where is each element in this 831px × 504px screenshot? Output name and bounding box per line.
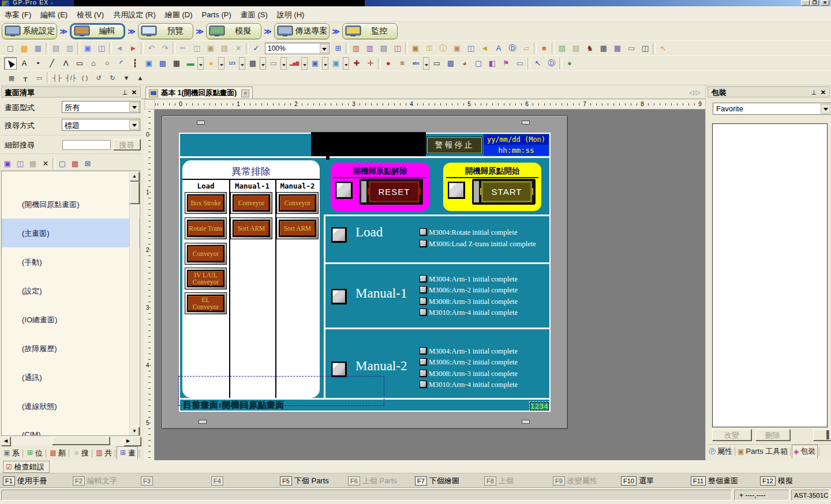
draw-tool-button[interactable]: ● (382, 57, 395, 70)
scroll-thumb[interactable] (52, 437, 110, 445)
draw-tool-button[interactable]: ▭ (431, 57, 443, 70)
toolbar-button[interactable]: ▤ (570, 42, 582, 55)
start-button[interactable]: START (472, 179, 536, 205)
toolbar-button[interactable]: ▤ (377, 42, 390, 55)
draw-tool-button[interactable]: ⌂ (87, 57, 100, 70)
screen-list-tool-button[interactable]: ▢ (57, 157, 68, 169)
left-panel-tab[interactable]: ▥ 共 (93, 447, 114, 460)
toolbar-button[interactable]: ▆ (18, 42, 31, 55)
workflow-button[interactable]: 預覽 (138, 23, 193, 39)
function-key[interactable]: F4 (211, 476, 226, 486)
ladder-tool-button[interactable]: ( ) (78, 72, 91, 84)
pin-icon[interactable]: ⊥ (122, 89, 128, 96)
ladder-tool-button[interactable]: ┳ (19, 72, 32, 84)
draw-tool-button[interactable]: ✛ (364, 57, 377, 70)
screen-list-item[interactable]: (通訊) (2, 363, 140, 392)
workflow-button[interactable]: 系統設定 (2, 23, 57, 39)
draw-tool-button[interactable]: ▭ (73, 57, 86, 70)
section-button[interactable] (331, 227, 347, 243)
draw-tool-button[interactable]: A (18, 57, 31, 70)
toolbar-button[interactable]: ✕ (232, 42, 245, 55)
toolbar-button[interactable]: ◫ (465, 42, 477, 55)
screen-list-tool-button[interactable]: ⊠ (82, 157, 93, 169)
toolbar-button[interactable]: ◫ (190, 42, 203, 55)
search-button[interactable]: 搜尋 (113, 139, 140, 150)
function-key[interactable]: F3 (141, 476, 155, 486)
numeric-display[interactable]: 1234 (529, 401, 549, 411)
zoom-dropdown-arrow-icon[interactable] (320, 44, 328, 53)
tab-close-icon[interactable]: ✕ (241, 89, 249, 97)
draw-tool-button[interactable]: ▩ (156, 57, 169, 70)
combo-dropdown-arrow-icon[interactable] (129, 102, 139, 112)
toolbar-button[interactable]: ◫ (391, 42, 404, 55)
function-key[interactable]: F5 下個 Parts (280, 476, 329, 486)
draw-tool-button[interactable]: ▬ (184, 57, 197, 70)
draw-tool-button[interactable]: ╱ (46, 57, 58, 70)
trouble-button[interactable]: Sort ARM (230, 217, 272, 239)
toolbar-button[interactable]: ▦ (32, 42, 44, 55)
draw-tool-button[interactable]: ▭ (514, 57, 526, 70)
document-tab[interactable]: 基本 1(開機回原點畫面) ✕ (145, 86, 253, 99)
delete-button[interactable]: 刪除 (755, 429, 790, 441)
function-key[interactable]: F2 編輯文字 (73, 476, 117, 486)
toolbar-button[interactable]: ▱ (520, 42, 533, 55)
right-panel-tab[interactable]: ◈ 包裝 (792, 445, 817, 458)
draw-tool-button[interactable]: ▦ (246, 57, 259, 70)
hmi-screen[interactable]: 警報停止 yy/mm/dd (Mon) hh:mm:ss 異常排除 Load M… (180, 134, 549, 411)
toolbar-button[interactable]: ✓ (250, 42, 263, 55)
screen-list-item[interactable]: (開機回原點畫面) (2, 190, 140, 219)
combo-dropdown-arrow-icon[interactable] (821, 104, 830, 114)
trouble-button[interactable]: IV L/UL Conveyor (185, 268, 227, 289)
function-key[interactable]: F7 下個繪圖 (415, 476, 459, 486)
draw-tool-button[interactable]: ▂▅▇ (288, 57, 301, 70)
zoom-combobox[interactable]: 100% (265, 43, 330, 54)
minimize-button[interactable]: _ (801, 0, 810, 6)
workflow-button[interactable]: 編輯 (70, 23, 125, 39)
right-panel-tab[interactable]: Ⓟ 屬性 (708, 445, 733, 458)
workflow-button[interactable]: 傳送專案 (274, 23, 330, 39)
ladder-tool-button[interactable]: ┤/├ (65, 72, 77, 84)
toolbar-button[interactable]: ▣ (204, 42, 217, 55)
ladder-tool-button[interactable]: ▼ (120, 72, 133, 84)
screen-list-horizontal-scrollbar[interactable]: ◀ ▶ (1, 437, 140, 445)
toolbar-button[interactable]: ▢ (4, 42, 17, 55)
search-mode-combobox[interactable]: 標題 (62, 119, 140, 131)
toolbar-button[interactable]: ◄ (478, 42, 491, 55)
change-button[interactable]: 改變 (712, 429, 751, 441)
draw-tool-button[interactable]: ▣ (330, 57, 342, 70)
trouble-button[interactable]: Box Stroke (185, 192, 227, 214)
screen-list-vertical-scrollbar[interactable]: ▲ ▼ (129, 172, 139, 436)
toolbar-button[interactable]: ⊞ (332, 42, 345, 55)
toolbar-button[interactable]: ▥ (350, 42, 362, 55)
toolbar-button[interactable]: Ⓓ (506, 42, 519, 55)
toolbar-button[interactable]: ◫ (95, 42, 108, 55)
trouble-button[interactable]: EL Conveyor (185, 292, 227, 314)
draw-tool-button[interactable]: ○ (101, 57, 114, 70)
toolbar-button[interactable]: ▣ (451, 42, 463, 55)
toolbar-button[interactable]: ↶ (145, 42, 158, 55)
screen-list-tool-button[interactable]: ▣ (2, 157, 13, 169)
menu-item[interactable]: 專案 (F) (0, 6, 36, 20)
toolbar-button[interactable]: ▥ (364, 42, 376, 55)
package-list[interactable] (712, 123, 828, 427)
draw-tool-button[interactable]: Ⓓ (545, 57, 558, 70)
function-key[interactable]: F6 上個 Parts (348, 476, 397, 486)
alarm-stop-button[interactable]: 警報停止 (426, 137, 482, 154)
toolbar-button[interactable]: ▣ (81, 42, 94, 55)
toolbar-button[interactable]: ▤ (50, 42, 62, 55)
draw-tool-button[interactable]: ✚ (350, 57, 363, 70)
draw-tool-button[interactable]: ⚑ (500, 57, 512, 70)
draw-tool-button[interactable]: ▣ (143, 57, 155, 70)
left-panel-tab[interactable]: ⊞ 位 (24, 447, 44, 460)
draw-tool-button[interactable]: ┇ (129, 57, 141, 70)
menu-item[interactable]: 繪圖 (D) (160, 6, 197, 20)
tab-nav-left-icon[interactable]: ◁ (689, 89, 694, 96)
draw-tool-button[interactable]: ● (563, 57, 576, 70)
draw-tool-button[interactable]: ▦ (170, 57, 183, 70)
function-key[interactable]: F8 上個 (484, 476, 514, 486)
screen-list-item[interactable]: (手動) (2, 247, 140, 276)
toolbar-button[interactable]: ► (127, 42, 140, 55)
workflow-button[interactable]: 監控 (342, 23, 398, 39)
draw-tool-button[interactable]: abc (410, 57, 422, 70)
scroll-up-icon[interactable]: ▲ (130, 172, 139, 181)
